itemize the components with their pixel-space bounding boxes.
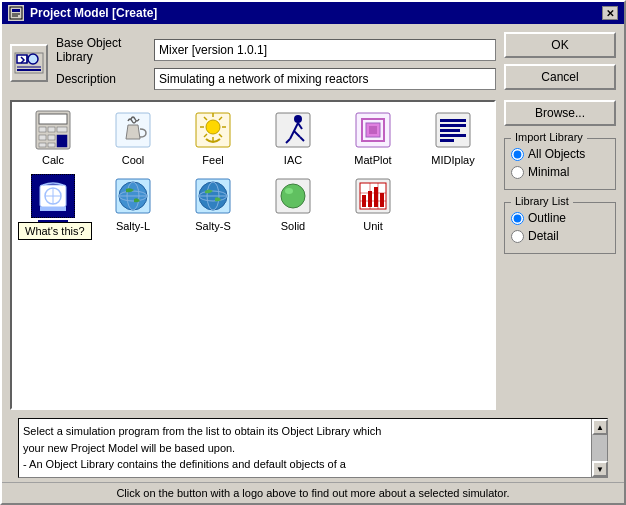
scroll-down-button[interactable]: ▼: [592, 461, 608, 477]
svg-rect-42: [440, 139, 454, 142]
svg-point-62: [285, 188, 293, 194]
svg-rect-13: [48, 127, 55, 132]
unit-label: Unit: [363, 220, 383, 232]
svg-rect-71: [374, 187, 378, 207]
grid-row-1: Calc: [18, 108, 488, 166]
status-text-1: Select a simulation program from the lis…: [23, 423, 587, 440]
detail-label: Detail: [528, 229, 559, 243]
outline-radio-row[interactable]: Outline: [511, 211, 609, 225]
svg-rect-49: [40, 207, 66, 211]
salty-s-label: Salty-S: [195, 220, 230, 232]
svg-rect-69: [362, 195, 366, 207]
grid-item-iac[interactable]: IAC: [258, 108, 328, 166]
browse-button[interactable]: Browse...: [504, 100, 616, 126]
detail-radio-row[interactable]: Detail: [511, 229, 609, 243]
svg-rect-12: [39, 127, 46, 132]
window-icon: [8, 5, 24, 21]
status-bottom: Click on the button with a logo above to…: [2, 482, 624, 503]
svg-point-22: [206, 120, 220, 134]
svg-rect-39: [440, 124, 466, 127]
status-text-3: - An Object Library contains the definit…: [23, 456, 587, 473]
library-row: Base Object Library Mixer [version 1.0.1…: [56, 36, 496, 64]
left-panel: Base Object Library Mixer [version 1.0.1…: [10, 32, 496, 410]
grid-item-salty-s[interactable]: Salty-S: [178, 174, 248, 232]
import-library-group: Import Library All Objects Minimal: [504, 138, 616, 190]
grid-item-salty-l[interactable]: Salty-L: [98, 174, 168, 232]
grid-item-cool[interactable]: Cool: [98, 108, 168, 166]
cancel-button[interactable]: Cancel: [504, 64, 616, 90]
svg-rect-8: [17, 69, 41, 71]
outline-radio[interactable]: [511, 212, 524, 225]
import-library-title: Import Library: [511, 131, 587, 143]
description-label: Description: [56, 72, 146, 86]
scroll-track: [592, 435, 607, 461]
right-panel: OK Cancel Browse... Import Library All O…: [504, 32, 616, 410]
library-list-title: Library List: [511, 195, 573, 207]
svg-rect-17: [57, 135, 67, 147]
svg-rect-14: [57, 127, 67, 132]
midiplay-label: MIDIplay: [431, 154, 474, 166]
status-area: Select a simulation program from the lis…: [18, 418, 608, 478]
minimal-radio[interactable]: [511, 166, 524, 179]
detail-radio[interactable]: [511, 230, 524, 243]
iac-icon: [271, 108, 315, 152]
description-value: Simulating a network of mixing reactors: [154, 68, 496, 90]
midiplay-icon: [431, 108, 475, 152]
library-value: Mixer [version 1.0.1]: [154, 39, 496, 61]
tooltip: What's this?: [18, 222, 92, 240]
ok-button[interactable]: OK: [504, 32, 616, 58]
cool-icon: [111, 108, 155, 152]
svg-point-32: [294, 115, 302, 123]
description-row: Description Simulating a network of mixi…: [56, 68, 496, 90]
title-bar: Project Model [Create] ✕: [2, 2, 624, 24]
title-text: Project Model [Create]: [30, 6, 157, 20]
unit-icon: [351, 174, 395, 218]
feel-icon: [191, 108, 235, 152]
feel-label: Feel: [202, 154, 223, 166]
grid-item-unit[interactable]: Unit: [338, 174, 408, 232]
salty-s-icon: [191, 174, 235, 218]
all-objects-radio-row[interactable]: All Objects: [511, 147, 609, 161]
svg-rect-40: [440, 129, 460, 132]
matplot-label: MatPlot: [354, 154, 391, 166]
solid-icon: [271, 174, 315, 218]
salty-l-label: Salty-L: [116, 220, 150, 232]
main-content: Base Object Library Mixer [version 1.0.1…: [2, 24, 624, 418]
app-icon: [10, 44, 48, 82]
solid-label: Solid: [281, 220, 305, 232]
salty-l-icon: [111, 174, 155, 218]
status-scrollbar[interactable]: ▲ ▼: [591, 419, 607, 477]
title-bar-left: Project Model [Create]: [8, 5, 157, 21]
info-section: Base Object Library Mixer [version 1.0.1…: [10, 32, 496, 94]
all-objects-radio[interactable]: [511, 148, 524, 161]
main-window: Project Model [Create] ✕: [0, 0, 626, 505]
info-fields: Base Object Library Mixer [version 1.0.1…: [56, 36, 496, 90]
all-objects-label: All Objects: [528, 147, 585, 161]
library-list-group: Library List Outline Detail: [504, 202, 616, 254]
scroll-up-button[interactable]: ▲: [592, 419, 608, 435]
svg-point-6: [28, 54, 38, 64]
cool-label: Cool: [122, 154, 145, 166]
svg-rect-38: [440, 119, 466, 122]
grid-item-solid[interactable]: Solid: [258, 174, 328, 232]
close-button[interactable]: ✕: [602, 6, 618, 20]
svg-rect-16: [48, 135, 55, 140]
svg-rect-72: [380, 193, 384, 207]
grid-item-midiplay[interactable]: MIDIplay: [418, 108, 488, 166]
grid-item-feel[interactable]: Feel: [178, 108, 248, 166]
calc-icon: [31, 108, 75, 152]
grid-item-matplot[interactable]: MatPlot: [338, 108, 408, 166]
svg-rect-11: [39, 114, 67, 124]
grid-item-mixer[interactable]: Mixer What's this?: [18, 174, 88, 232]
svg-rect-41: [440, 134, 466, 137]
grid-row-2: Mixer What's this?: [18, 174, 488, 232]
svg-point-61: [281, 184, 305, 208]
svg-rect-70: [368, 191, 372, 207]
svg-rect-31: [276, 113, 310, 147]
minimal-radio-row[interactable]: Minimal: [511, 165, 609, 179]
status-text-2: your new Project Model will be based upo…: [23, 440, 587, 457]
outline-label: Outline: [528, 211, 566, 225]
mixer-icon: [31, 174, 75, 218]
info-row: Base Object Library Mixer [version 1.0.1…: [10, 36, 496, 90]
grid-item-calc[interactable]: Calc: [18, 108, 88, 166]
